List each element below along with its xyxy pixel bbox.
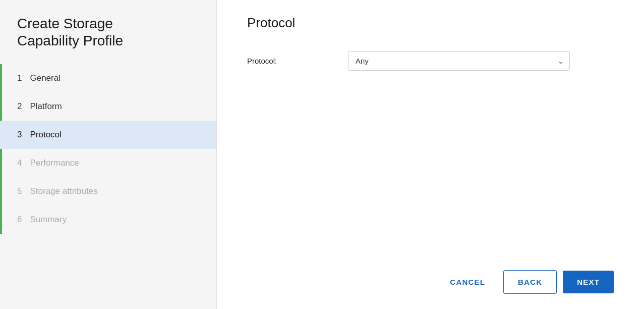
protocol-label: Protocol: bbox=[247, 57, 348, 65]
sidebar-item-platform[interactable]: 2 Platform bbox=[0, 92, 216, 121]
sidebar-item-label-protocol: Protocol bbox=[30, 130, 61, 140]
step-num-3: 3 bbox=[17, 130, 22, 140]
step-num-4: 4 bbox=[17, 158, 22, 168]
sidebar-item-performance: 4 Performance bbox=[0, 149, 216, 177]
step-num-5: 5 bbox=[17, 186, 22, 196]
protocol-select-wrapper: Any iSCSI FC FCoE NFS VMFS vSAN ⌄ bbox=[348, 51, 570, 71]
step-num-2: 2 bbox=[17, 101, 22, 112]
nav-items: 1 General 2 Platform 3 Protocol 4 Perfor… bbox=[0, 64, 216, 234]
sidebar-item-protocol[interactable]: 3 Protocol bbox=[0, 121, 216, 149]
step-num-1: 1 bbox=[17, 73, 22, 83]
cancel-button[interactable]: CANCEL bbox=[438, 271, 497, 293]
sidebar-item-label-general: General bbox=[30, 73, 60, 83]
sidebar-item-label-performance: Performance bbox=[30, 158, 79, 168]
page-title: Create Storage Capability Profile bbox=[0, 15, 216, 64]
step-num-6: 6 bbox=[17, 215, 22, 225]
back-button[interactable]: BACK bbox=[503, 270, 557, 294]
footer-buttons: CANCEL BACK NEXT bbox=[438, 270, 614, 294]
sidebar-item-summary: 6 Summary bbox=[0, 205, 216, 234]
sidebar-item-label-storage-attributes: Storage attributes bbox=[30, 186, 97, 196]
protocol-select[interactable]: Any iSCSI FC FCoE NFS VMFS vSAN bbox=[348, 51, 570, 71]
next-button[interactable]: NEXT bbox=[563, 271, 614, 293]
protocol-form-row: Protocol: Any iSCSI FC FCoE NFS VMFS vSA… bbox=[247, 51, 614, 71]
sidebar-item-label-platform: Platform bbox=[30, 101, 62, 112]
main-content: Protocol Protocol: Any iSCSI FC FCoE NFS… bbox=[217, 0, 644, 309]
sidebar: Create Storage Capability Profile 1 Gene… bbox=[0, 0, 217, 309]
section-title: Protocol bbox=[247, 15, 614, 31]
sidebar-item-label-summary: Summary bbox=[30, 215, 67, 225]
sidebar-item-storage-attributes: 5 Storage attributes bbox=[0, 177, 216, 205]
sidebar-item-general[interactable]: 1 General bbox=[0, 64, 216, 92]
